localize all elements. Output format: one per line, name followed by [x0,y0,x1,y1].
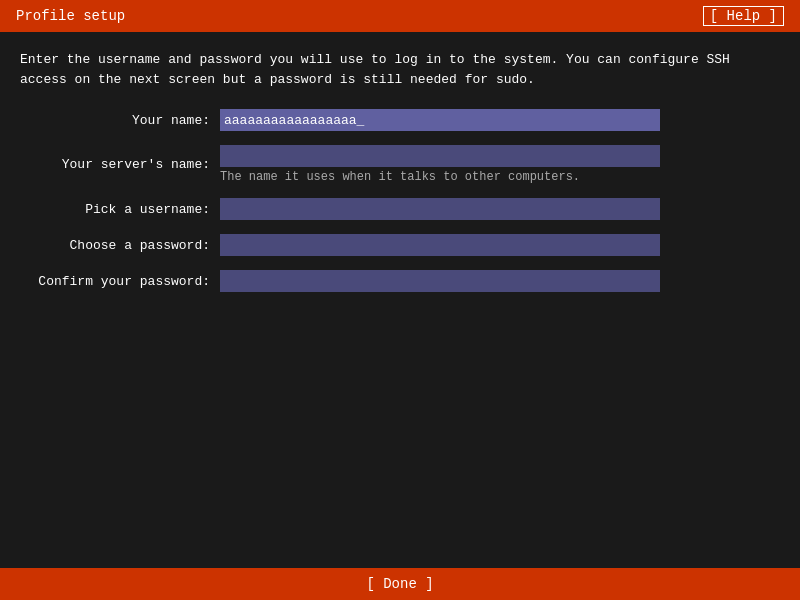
username-row: Pick a username: [20,198,780,220]
your-name-row: Your name: [20,109,780,131]
username-input[interactable] [220,198,660,220]
server-name-input[interactable] [220,145,660,167]
username-label: Pick a username: [20,202,220,217]
footer-bar: [ Done ] [0,568,800,600]
header-bar: Profile setup [ Help ] [0,0,800,32]
done-button[interactable]: [ Done ] [358,574,441,594]
server-name-hint: The name it uses when it talks to other … [220,170,780,184]
help-button[interactable]: [ Help ] [703,6,784,26]
your-name-input[interactable] [220,109,660,131]
username-input-wrapper [220,198,780,220]
password-input-wrapper [220,234,780,256]
form-area: Your name: Your server's name: The name … [20,109,780,306]
password-label: Choose a password: [20,238,220,253]
page-title: Profile setup [16,8,125,24]
password-row: Choose a password: [20,234,780,256]
confirm-password-label: Confirm your password: [20,274,220,289]
server-name-input-wrapper: The name it uses when it talks to other … [220,145,780,184]
confirm-password-row: Confirm your password: [20,270,780,292]
your-name-label: Your name: [20,113,220,128]
confirm-password-input-wrapper [220,270,780,292]
server-name-label: Your server's name: [20,157,220,172]
confirm-password-input[interactable] [220,270,660,292]
description-text: Enter the username and password you will… [20,50,780,89]
your-name-input-wrapper [220,109,780,131]
server-name-row: Your server's name: The name it uses whe… [20,145,780,184]
password-input[interactable] [220,234,660,256]
main-content: Enter the username and password you will… [0,32,800,316]
